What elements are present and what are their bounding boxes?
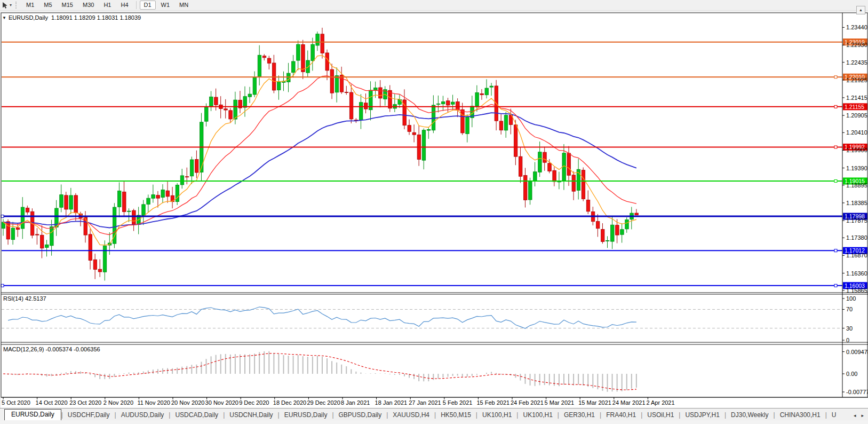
svg-text:1.22435: 1.22435 [846,59,867,66]
svg-text:1.18385: 1.18385 [846,200,867,206]
svg-text:100: 100 [846,295,856,302]
svg-text:1.21925: 1.21925 [846,77,867,83]
svg-text:1.20410: 1.20410 [846,129,867,136]
chart-background[interactable] [1,13,868,408]
chart-title: ▼EURUSD,Daily 1.18091 1.18209 1.18031 1.… [2,14,141,21]
timeframe-button-m5[interactable]: M5 [39,1,56,10]
svg-text:14 Oct 2020: 14 Oct 2020 [36,399,68,406]
svg-text:18 Dec 2020: 18 Dec 2020 [273,399,306,406]
svg-text:5 Feb 2021: 5 Feb 2021 [443,399,473,406]
timeframe-button-m1[interactable]: M1 [22,1,38,10]
cursor-icon [2,2,9,9]
svg-text:23 Oct 2020: 23 Oct 2020 [69,399,101,406]
tab-audusd-daily[interactable]: AUDUSD,Daily [116,410,169,420]
tab-uk100-h1[interactable]: UK100,H1 [477,410,516,420]
timeframe-button-m30[interactable]: M30 [78,1,98,10]
tab-u[interactable]: U [827,410,841,420]
svg-text:1.21415: 1.21415 [846,95,867,101]
svg-text:24 Feb 2021: 24 Feb 2021 [511,399,544,406]
tab-hk50-m15[interactable]: HK50,M15 [436,410,476,420]
svg-text:0.00: 0.00 [846,371,857,377]
timeframe-button-w1[interactable]: W1 [157,1,174,10]
timeframe-button-h4[interactable]: H4 [116,1,132,10]
tab-eurusd-daily[interactable]: EURUSD,Daily [280,410,332,420]
cursor-tool-button[interactable]: ▾ [0,1,13,10]
tab-dj30-weekly[interactable]: DJ30,Weekly [726,410,773,420]
svg-text:1.20905: 1.20905 [846,112,867,119]
status-strip [0,420,868,424]
svg-text:-0.007778: -0.007778 [846,389,868,395]
svg-text:1.19900: 1.19900 [846,147,867,153]
timeframe-buttons: M1M5M15M30H1H4D1W1MN [21,1,193,10]
svg-text:1.19390: 1.19390 [846,165,867,171]
tab-ger30-h1[interactable]: GER30,H1 [559,410,600,420]
tab-scroll-left-icon[interactable]: ◂ [854,413,856,418]
scroll-up-button[interactable]: ▲ [856,6,865,14]
svg-text:24 Mar 2021: 24 Mar 2021 [612,399,646,406]
svg-text:30 Nov 2020: 30 Nov 2020 [205,399,238,406]
svg-text:1.21155: 1.21155 [845,104,864,110]
svg-text:1.18895: 1.18895 [846,182,867,189]
tab-usoil-h1[interactable]: USOil,H1 [642,410,679,420]
chevron-down-icon: ▾ [10,3,12,7]
tab-usdcnh-daily[interactable]: USDCNH,Daily [225,410,277,420]
svg-text:5 Oct 2020: 5 Oct 2020 [2,399,30,406]
toolbar-grip[interactable] [15,2,18,9]
svg-text:15 Mar 2021: 15 Mar 2021 [578,399,611,406]
tab-fra40-h1[interactable]: FRA40,H1 [601,410,641,420]
svg-text:29 Dec 2020: 29 Dec 2020 [307,399,340,406]
svg-text:2 Nov 2020: 2 Nov 2020 [103,399,133,406]
tab-uk100-h1[interactable]: UK100,H1 [518,410,557,420]
svg-text:0.009478: 0.009478 [846,349,868,355]
svg-text:1.17875: 1.17875 [846,217,867,224]
tab-usdjpy-h1[interactable]: USDJPY,H1 [680,410,724,420]
svg-text:30: 30 [846,325,853,332]
svg-text:9 Dec 2020: 9 Dec 2020 [239,399,269,406]
svg-text:1.23440: 1.23440 [846,24,867,30]
svg-text:1.22930: 1.22930 [846,42,867,48]
svg-text:27 Jan 2021: 27 Jan 2021 [409,399,441,406]
svg-text:20 Nov 2020: 20 Nov 2020 [171,399,204,406]
svg-text:11 Nov 2020: 11 Nov 2020 [137,399,170,406]
tab-eurusd-daily[interactable]: EURUSD,Daily [4,409,61,420]
toolbar: ▾ M1M5M15M30H1H4D1W1MN [0,0,868,11]
timeframe-button-h1[interactable]: H1 [99,1,115,10]
symbol-tabbar: EURUSD,Daily|USDCHF,Daily|AUDUSD,Daily|U… [0,408,868,420]
svg-text:70: 70 [846,306,853,312]
chart-canvas[interactable]: 1.230191.220101.211551.199921.190151.179… [0,0,868,408]
tab-gbpusd-daily[interactable]: GBPUSD,Daily [334,410,387,420]
chart-menu-arrow-icon[interactable]: ▼ [2,15,6,20]
svg-text:1.16360: 1.16360 [846,270,867,277]
svg-text:15 Feb 2021: 15 Feb 2021 [476,399,509,406]
tab-usdcad-daily[interactable]: USDCAD,Daily [170,410,223,420]
chart-title-text: EURUSD,Daily 1.18091 1.18209 1.18031 1.1… [9,14,141,21]
macd-label: MACD(12,26,9) -0.005374 -0.006356 [3,346,100,352]
timeframe-button-mn[interactable]: MN [175,1,193,10]
timeframe-button-d1[interactable]: D1 [140,1,156,10]
svg-text:18 Jan 2021: 18 Jan 2021 [375,399,408,406]
svg-text:2 Apr 2021: 2 Apr 2021 [646,399,674,406]
tab-scroll-arrows: ◂▸ [851,413,868,420]
timeframe-button-m15[interactable]: M15 [58,1,77,10]
svg-text:1.17380: 1.17380 [846,234,867,241]
rsi-label: RSI(14) 42.5137 [3,295,46,302]
svg-text:8 Jan 2021: 8 Jan 2021 [341,399,370,406]
tab-xauusd-h4[interactable]: XAUUSD,H4 [388,410,434,420]
toolbar-separator [136,1,137,9]
svg-text:1.16870: 1.16870 [846,252,867,258]
svg-text:5 Mar 2021: 5 Mar 2021 [545,399,575,406]
tab-china300-h1[interactable]: CHINA300,H1 [775,410,825,420]
tab-scroll-right-icon[interactable]: ▸ [861,413,864,418]
tab-usdchf-daily[interactable]: USDCHF,Daily [63,410,115,420]
